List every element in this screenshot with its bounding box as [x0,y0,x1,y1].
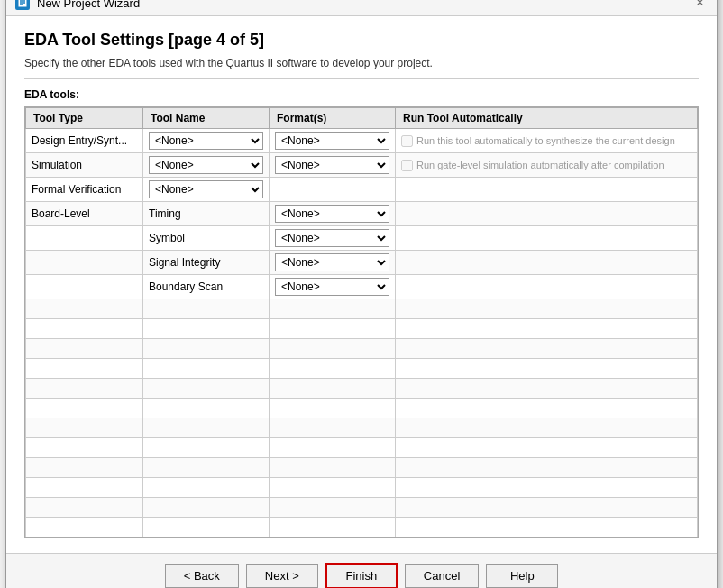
cell-run-tool [396,178,698,202]
table-row-empty [26,379,698,399]
cell-tool-name: Symbol [143,226,270,251]
formats-select-design[interactable]: <None> [275,132,389,150]
run-tool-label-sim: Run gate-level simulation automatically … [416,160,664,170]
cell-formats: <None> [270,202,396,226]
run-tool-checkbox-sim[interactable] [401,160,413,171]
tool-name-select-formal[interactable]: <None> [149,180,263,198]
description: Specify the other EDA tools used with th… [24,57,699,69]
tool-name-select-design[interactable]: <None> [149,132,263,150]
cell-run-tool [396,226,698,251]
cell-tool-name: Timing [143,202,270,226]
cell-tool-name: Boundary Scan [143,275,270,299]
table-row-empty [26,478,698,498]
dialog-title: New Project Wizard [37,0,140,10]
formats-select-timing[interactable]: <None> [275,205,389,223]
table-row-empty [26,498,698,518]
table-row: Signal Integrity <None> [26,251,698,275]
table-row-empty [26,319,698,339]
formats-select-sim[interactable]: <None> [275,156,389,174]
cell-tool-type: Design Entry/Synt... [26,129,143,153]
page-heading: EDA Tool Settings [page 4 of 5] [24,31,699,50]
cell-run-tool [396,202,698,226]
new-project-wizard-dialog: New Project Wizard × EDA Tool Settings [… [5,0,718,588]
cell-tool-type: Simulation [26,153,143,178]
col-header-run-tool: Run Tool Automatically [396,108,698,129]
table-row-empty [26,339,698,359]
table-row-empty [26,418,698,438]
run-tool-label-design: Run this tool automatically to synthesiz… [416,135,675,146]
eda-tools-table: Tool Type Tool Name Format(s) Run Tool A… [25,107,698,537]
cell-tool-type [26,251,143,275]
cell-tool-name: <None> [143,129,270,153]
table-row: Design Entry/Synt... <None> <None> [26,129,698,153]
cancel-button[interactable]: Cancel [405,564,479,588]
cell-tool-type [26,226,143,251]
formats-select-signal[interactable]: <None> [275,253,389,271]
formats-select-symbol[interactable]: <None> [275,229,389,247]
col-header-tool-name: Tool Name [143,108,270,129]
cell-formats: <None> [270,153,396,178]
cell-tool-type [26,275,143,299]
cell-formats: <None> [270,226,396,251]
cell-tool-name: Signal Integrity [143,251,270,275]
cell-tool-type: Formal Verification [26,178,143,202]
table-row: Boundary Scan <None> [26,275,698,299]
help-button[interactable]: Help [486,564,558,588]
cell-formats [270,178,396,202]
col-header-tool-type: Tool Type [26,108,143,129]
cell-tool-type: Board-Level [26,202,143,226]
cell-run-tool [396,275,698,299]
close-button[interactable]: × [692,0,708,10]
main-content: EDA Tool Settings [page 4 of 5] Specify … [6,16,717,553]
cell-formats: <None> [270,275,396,299]
eda-tools-table-container: Tool Type Tool Name Format(s) Run Tool A… [24,106,699,538]
formats-select-boundary[interactable]: <None> [275,278,389,296]
wizard-icon [15,0,30,10]
table-row-empty [26,299,698,319]
dialog-footer: < Back Next > Finish Cancel Help [6,553,717,588]
divider [24,78,699,79]
cell-tool-name: <None> [143,153,270,178]
table-row-empty [26,518,698,537]
table-row: Symbol <None> [26,226,698,251]
table-row-empty [26,458,698,478]
col-header-formats: Format(s) [270,108,396,129]
cell-formats: <None> [270,251,396,275]
table-row-empty [26,438,698,458]
table-row: Formal Verification <None> [26,178,698,202]
cell-run-tool: Run gate-level simulation automatically … [396,153,698,178]
table-row-empty [26,359,698,379]
back-button[interactable]: < Back [165,564,239,588]
cell-formats: <None> [270,129,396,153]
tool-name-select-sim[interactable]: <None> [149,156,263,174]
cell-run-tool: Run this tool automatically to synthesiz… [396,129,698,153]
next-button[interactable]: Next > [246,564,318,588]
cell-run-tool [396,251,698,275]
section-label: EDA tools: [24,88,699,101]
title-bar-left: New Project Wizard [15,0,140,10]
table-row-empty [26,399,698,418]
cell-tool-name: <None> [143,178,270,202]
table-row: Simulation <None> <None> [26,153,698,178]
table-header-row: Tool Type Tool Name Format(s) Run Tool A… [26,108,698,129]
title-bar: New Project Wizard × [6,0,717,16]
table-row: Board-Level Timing <None> [26,202,698,226]
run-tool-checkbox-design[interactable] [401,135,413,147]
finish-button[interactable]: Finish [325,563,398,588]
